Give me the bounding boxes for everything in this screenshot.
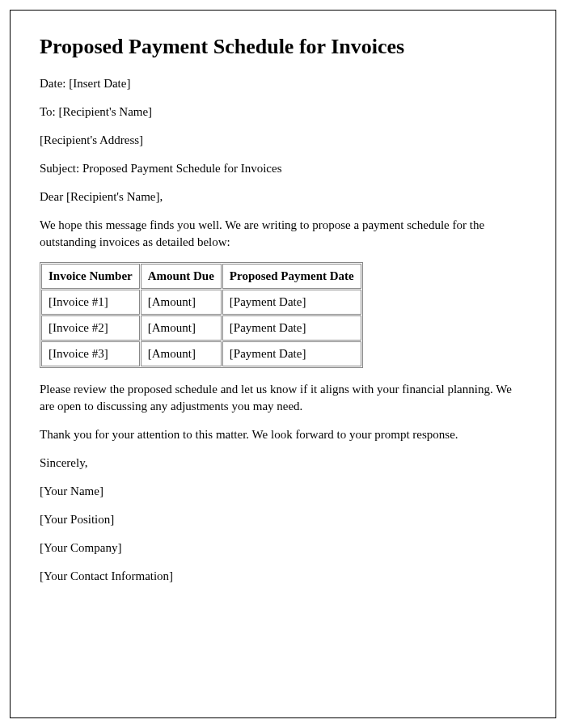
cell-date: [Payment Date] bbox=[222, 341, 361, 366]
sender-position: [Your Position] bbox=[40, 511, 526, 528]
salutation: Dear [Recipient's Name], bbox=[40, 188, 526, 205]
sender-name: [Your Name] bbox=[40, 483, 526, 500]
table-row: [Invoice #3] [Amount] [Payment Date] bbox=[41, 341, 361, 366]
table-header-row: Invoice Number Amount Due Proposed Payme… bbox=[41, 264, 361, 289]
cell-invoice: [Invoice #2] bbox=[41, 315, 140, 341]
cell-date: [Payment Date] bbox=[222, 315, 361, 341]
closing: Sincerely, bbox=[40, 455, 526, 472]
col-payment-date: Proposed Payment Date bbox=[222, 264, 361, 289]
cell-amount: [Amount] bbox=[141, 341, 222, 366]
col-invoice-number: Invoice Number bbox=[41, 264, 140, 289]
cell-date: [Payment Date] bbox=[222, 290, 361, 315]
cell-invoice: [Invoice #1] bbox=[41, 290, 140, 315]
sender-contact: [Your Contact Information] bbox=[40, 568, 526, 585]
page-title: Proposed Payment Schedule for Invoices bbox=[40, 35, 526, 59]
intro-paragraph: We hope this message finds you well. We … bbox=[40, 217, 526, 251]
col-amount-due: Amount Due bbox=[141, 264, 222, 289]
review-paragraph: Please review the proposed schedule and … bbox=[40, 381, 526, 415]
address-line: [Recipient's Address] bbox=[40, 132, 526, 149]
subject-line: Subject: Proposed Payment Schedule for I… bbox=[40, 160, 526, 177]
date-line: Date: [Insert Date] bbox=[40, 75, 526, 92]
table-row: [Invoice #2] [Amount] [Payment Date] bbox=[41, 315, 361, 341]
document-frame: Proposed Payment Schedule for Invoices D… bbox=[10, 10, 556, 718]
cell-amount: [Amount] bbox=[141, 315, 222, 341]
sender-company: [Your Company] bbox=[40, 540, 526, 557]
to-line: To: [Recipient's Name] bbox=[40, 104, 526, 121]
cell-amount: [Amount] bbox=[141, 290, 222, 315]
thanks-paragraph: Thank you for your attention to this mat… bbox=[40, 426, 526, 443]
cell-invoice: [Invoice #3] bbox=[41, 341, 140, 366]
table-row: [Invoice #1] [Amount] [Payment Date] bbox=[41, 290, 361, 315]
invoice-table: Invoice Number Amount Due Proposed Payme… bbox=[40, 262, 363, 368]
